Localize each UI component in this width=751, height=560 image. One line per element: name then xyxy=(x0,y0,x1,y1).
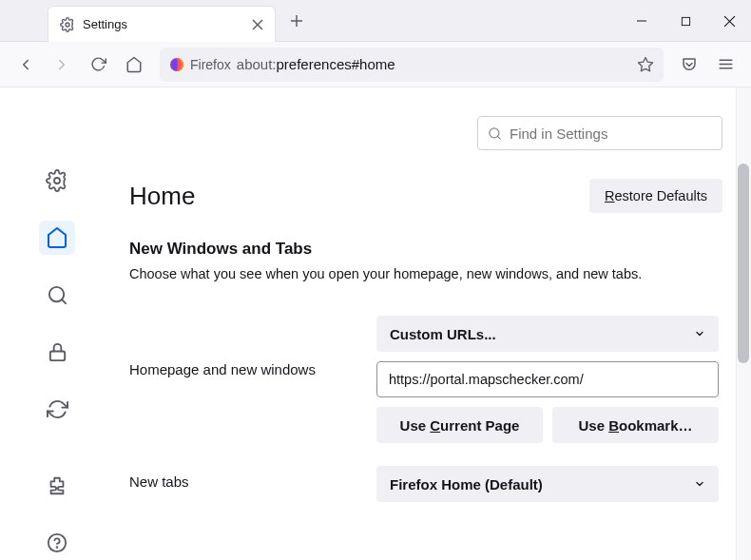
svg-marker-10 xyxy=(639,57,653,70)
chevron-down-icon xyxy=(694,328,705,339)
maximize-button[interactable] xyxy=(664,0,707,42)
back-button[interactable] xyxy=(10,48,42,81)
dropdown-value: Custom URLs... xyxy=(390,326,496,342)
search-input[interactable] xyxy=(510,126,712,142)
svg-rect-17 xyxy=(49,352,64,361)
home-button[interactable] xyxy=(118,48,150,81)
firefox-icon xyxy=(169,57,184,72)
use-current-page-button[interactable]: Use Current Page xyxy=(376,407,543,443)
reload-button[interactable] xyxy=(82,48,114,81)
sidebar-privacy[interactable] xyxy=(39,335,75,369)
newtabs-label: New tabs xyxy=(129,466,357,490)
tab-title: Settings xyxy=(83,17,248,31)
chevron-down-icon xyxy=(694,478,705,490)
homepage-mode-dropdown[interactable]: Custom URLs... xyxy=(376,316,719,352)
svg-point-0 xyxy=(66,23,69,27)
svg-point-14 xyxy=(54,178,60,183)
identity-label: Firefox xyxy=(190,57,231,72)
newtabs-dropdown[interactable]: Firefox Home (Default) xyxy=(376,466,719,502)
sidebar-help[interactable] xyxy=(39,526,75,560)
find-in-settings[interactable] xyxy=(477,116,722,150)
sidebar-general[interactable] xyxy=(39,164,75,198)
sidebar-home[interactable] xyxy=(39,221,75,255)
forward-button[interactable] xyxy=(46,48,78,81)
identity-box[interactable]: Firefox xyxy=(169,57,231,72)
window-controls xyxy=(620,0,751,41)
new-tab-button[interactable] xyxy=(283,8,310,34)
search-icon xyxy=(488,126,502,141)
browser-tab[interactable]: Settings xyxy=(48,6,276,42)
section-description: Choose what you see when you open your h… xyxy=(129,266,722,281)
scrollbar[interactable] xyxy=(736,87,751,560)
restore-defaults-button[interactable]: Restore Defaults xyxy=(589,179,722,213)
toolbar: Firefox about:preferences#home xyxy=(0,42,751,87)
main-panel: Home Restore Defaults New Windows and Ta… xyxy=(114,87,751,560)
homepage-row: Homepage and new windows Custom URLs... … xyxy=(129,316,722,443)
menu-button[interactable] xyxy=(709,48,741,81)
sidebar-search[interactable] xyxy=(39,278,75,312)
svg-line-21 xyxy=(497,136,500,139)
url-text: about:preferences#home xyxy=(237,56,395,72)
scrollbar-thumb[interactable] xyxy=(738,164,749,363)
settings-sidebar xyxy=(0,87,114,560)
close-window-button[interactable] xyxy=(707,0,751,42)
titlebar: Settings xyxy=(0,0,751,42)
homepage-url-input[interactable] xyxy=(376,361,719,397)
svg-line-16 xyxy=(61,299,65,303)
svg-rect-6 xyxy=(682,17,689,25)
sidebar-sync[interactable] xyxy=(39,393,75,427)
url-bar[interactable]: Firefox about:preferences#home xyxy=(160,48,664,82)
sidebar-extensions[interactable] xyxy=(39,469,75,503)
newtabs-row: New tabs Firefox Home (Default) xyxy=(129,466,722,502)
close-icon[interactable] xyxy=(248,15,267,34)
use-bookmark-button[interactable]: Use Bookmark… xyxy=(552,407,719,443)
homepage-label: Homepage and new windows xyxy=(129,316,357,377)
pocket-button[interactable] xyxy=(673,48,705,81)
content-area: Home Restore Defaults New Windows and Ta… xyxy=(0,87,751,560)
svg-point-19 xyxy=(57,547,58,548)
page-title: Home xyxy=(129,182,195,211)
dropdown-value: Firefox Home (Default) xyxy=(390,476,543,492)
bookmark-star-icon[interactable] xyxy=(637,56,654,73)
section-title: New Windows and Tabs xyxy=(129,240,722,259)
gear-icon xyxy=(60,17,75,32)
minimize-button[interactable] xyxy=(620,0,664,42)
